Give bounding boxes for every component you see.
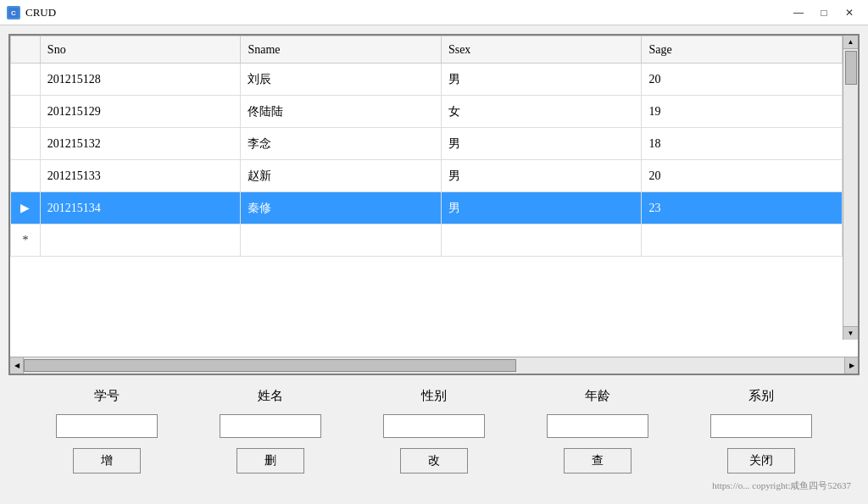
cell-sname bbox=[241, 224, 442, 257]
data-table: Sno Sname Ssex Sage 201215128刘辰男20201215… bbox=[10, 36, 843, 257]
cell-ssex: 男 bbox=[441, 192, 642, 224]
sno-input-container bbox=[25, 414, 189, 438]
cell-indicator bbox=[11, 96, 41, 128]
cell-sno: 201215134 bbox=[40, 192, 241, 224]
horizontal-scrollbar[interactable]: ◀ ▶ bbox=[10, 357, 858, 374]
content-area: Sno Sname Ssex Sage 201215128刘辰男20201215… bbox=[0, 25, 868, 504]
col-header-ssex[interactable]: Ssex bbox=[441, 36, 642, 64]
scroll-up-button[interactable]: ▲ bbox=[843, 36, 858, 49]
cell-indicator: ▶ bbox=[11, 192, 41, 224]
sdept-input[interactable] bbox=[710, 414, 812, 438]
close-button[interactable]: 关闭 bbox=[727, 448, 795, 474]
cell-sname: 秦修 bbox=[241, 192, 442, 224]
form-buttons: 增 删 改 查 关闭 bbox=[25, 445, 843, 474]
cell-ssex: 男 bbox=[441, 128, 642, 160]
table-row[interactable]: 201215133赵新男20 bbox=[11, 160, 843, 192]
add-btn-container: 增 bbox=[25, 448, 189, 474]
update-button[interactable]: 改 bbox=[400, 448, 468, 474]
sname-input-container bbox=[189, 414, 353, 438]
form-inputs bbox=[25, 414, 843, 438]
cell-ssex bbox=[441, 224, 642, 257]
svg-text:C: C bbox=[11, 9, 16, 17]
cell-sage: 23 bbox=[642, 192, 843, 224]
cell-indicator: * bbox=[11, 224, 41, 257]
close-window-button[interactable]: ✕ bbox=[837, 3, 861, 22]
cell-sname: 赵新 bbox=[241, 160, 442, 192]
scroll-track-h[interactable] bbox=[24, 357, 844, 374]
label-sdept: 系别 bbox=[679, 388, 843, 407]
sage-input-container bbox=[515, 414, 679, 438]
col-header-sno[interactable]: Sno bbox=[40, 36, 241, 64]
minimize-button[interactable]: — bbox=[787, 3, 810, 22]
col-header-sname[interactable]: Sname bbox=[241, 36, 442, 64]
app-icon: C bbox=[7, 6, 20, 19]
window-controls: — □ ✕ bbox=[787, 3, 861, 22]
ssex-input-container bbox=[353, 414, 516, 438]
main-window: C CRUD — □ ✕ bbox=[0, 0, 868, 504]
sdept-input-container bbox=[679, 414, 843, 438]
cell-ssex: 男 bbox=[441, 64, 642, 96]
table-row[interactable]: 201215129佟陆陆女19 bbox=[11, 96, 843, 128]
copyright-text: https://o... copyright:咸鱼四号52637 bbox=[712, 480, 851, 490]
maximize-button[interactable]: □ bbox=[812, 3, 836, 22]
label-ssex: 性别 bbox=[353, 388, 516, 407]
cell-sage: 19 bbox=[642, 96, 843, 128]
close-btn-container: 关闭 bbox=[679, 448, 843, 474]
form-labels: 学号 姓名 性别 年龄 系别 bbox=[25, 388, 843, 407]
cell-ssex: 女 bbox=[441, 96, 642, 128]
cell-sage bbox=[642, 224, 843, 257]
scroll-thumb-v[interactable] bbox=[845, 51, 857, 85]
cell-sage: 20 bbox=[642, 64, 843, 96]
table-row[interactable]: ▶201215134秦修男23 bbox=[11, 192, 843, 224]
table-row[interactable]: 201215132李念男18 bbox=[11, 128, 843, 160]
sname-input[interactable] bbox=[220, 414, 321, 438]
table-row[interactable]: 201215128刘辰男20 bbox=[11, 64, 843, 96]
col-header-sage[interactable]: Sage bbox=[642, 36, 843, 64]
cell-sno bbox=[40, 224, 241, 257]
table-container: Sno Sname Ssex Sage 201215128刘辰男20201215… bbox=[8, 34, 860, 375]
cell-ssex: 男 bbox=[441, 160, 642, 192]
scroll-down-button[interactable]: ▼ bbox=[843, 326, 858, 340]
cell-sname: 刘辰 bbox=[241, 64, 442, 96]
query-button[interactable]: 查 bbox=[564, 448, 632, 474]
titlebar: C CRUD — □ ✕ bbox=[0, 0, 868, 25]
window-title: CRUD bbox=[25, 6, 56, 19]
titlebar-left: C CRUD bbox=[7, 6, 56, 19]
label-sno: 学号 bbox=[25, 388, 189, 407]
scroll-right-button[interactable]: ▶ bbox=[844, 357, 858, 374]
col-header-indicator bbox=[11, 36, 41, 64]
table-scroll-area[interactable]: Sno Sname Ssex Sage 201215128刘辰男20201215… bbox=[10, 36, 858, 357]
label-sname: 姓名 bbox=[189, 388, 353, 407]
cell-sage: 18 bbox=[642, 128, 843, 160]
sage-input[interactable] bbox=[547, 414, 648, 438]
cell-indicator bbox=[11, 160, 41, 192]
ssex-input[interactable] bbox=[383, 414, 485, 438]
footer: https://o... copyright:咸鱼四号52637 bbox=[8, 478, 860, 496]
table-row[interactable]: * bbox=[11, 224, 843, 257]
cell-indicator bbox=[11, 64, 41, 96]
cell-sno: 201215132 bbox=[40, 128, 241, 160]
sno-input[interactable] bbox=[56, 414, 158, 438]
cell-sname: 李念 bbox=[241, 128, 442, 160]
form-area: 学号 姓名 性别 年龄 系别 bbox=[8, 375, 860, 478]
cell-sno: 201215129 bbox=[40, 96, 241, 128]
delete-btn-container: 删 bbox=[189, 448, 353, 474]
scroll-thumb-h[interactable] bbox=[24, 359, 516, 372]
cell-sage: 20 bbox=[642, 160, 843, 192]
table-header-row: Sno Sname Ssex Sage bbox=[11, 36, 843, 64]
add-button[interactable]: 增 bbox=[73, 448, 141, 474]
query-btn-container: 查 bbox=[515, 448, 679, 474]
scroll-left-button[interactable]: ◀ bbox=[10, 357, 24, 374]
label-sage: 年龄 bbox=[515, 388, 679, 407]
cell-indicator bbox=[11, 128, 41, 160]
vertical-scrollbar[interactable]: ▲ ▼ bbox=[843, 36, 858, 340]
delete-button[interactable]: 删 bbox=[236, 448, 304, 474]
cell-sno: 201215128 bbox=[40, 64, 241, 96]
cell-sname: 佟陆陆 bbox=[241, 96, 442, 128]
cell-sno: 201215133 bbox=[40, 160, 241, 192]
update-btn-container: 改 bbox=[353, 448, 516, 474]
